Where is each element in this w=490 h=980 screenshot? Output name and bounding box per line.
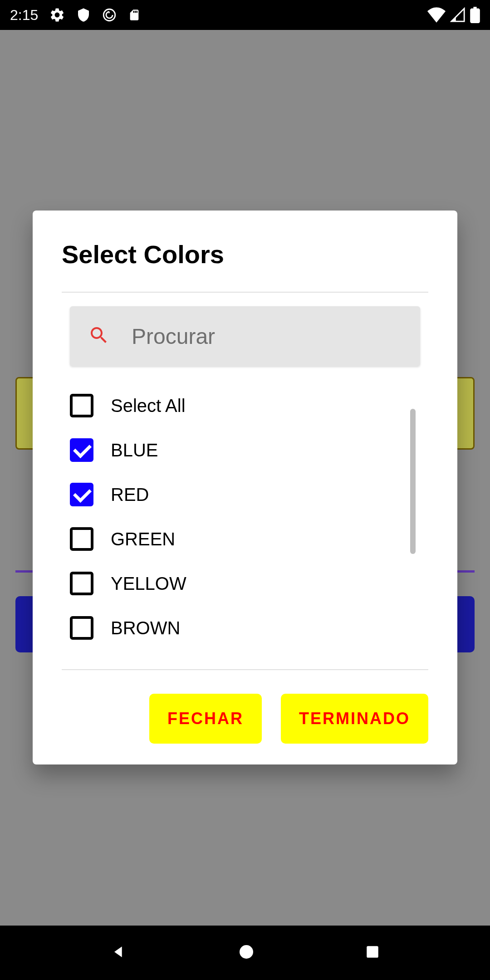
list-item[interactable]: RED [70, 472, 420, 517]
status-left: 2:15 [10, 7, 141, 24]
sd-card-icon [128, 8, 141, 22]
select-all-checkbox[interactable] [70, 394, 93, 417]
list-item[interactable]: YELLOW [70, 561, 420, 606]
back-icon[interactable] [110, 943, 128, 963]
sync-icon [102, 7, 117, 23]
settings-icon [49, 7, 65, 23]
options-list: Select All BLUE RED GREEN YELLOW BROWN [33, 375, 457, 669]
checkbox-yellow[interactable] [70, 572, 93, 595]
svg-point-1 [240, 945, 253, 959]
item-label: BROWN [111, 618, 180, 638]
navigation-bar [0, 926, 490, 980]
list-item[interactable]: GREEN [70, 517, 420, 561]
checkbox-brown[interactable] [70, 616, 93, 640]
checkbox-green[interactable] [70, 527, 93, 551]
dialog-footer: FECHAR TERMINADO [33, 669, 457, 744]
status-time: 2:15 [10, 7, 38, 24]
item-label: BLUE [111, 440, 158, 461]
svg-rect-2 [367, 946, 379, 958]
battery-icon [470, 7, 480, 23]
status-bar: 2:15 [0, 0, 490, 30]
item-label: RED [111, 485, 149, 505]
divider [62, 292, 428, 293]
item-label: GREEN [111, 529, 175, 549]
recents-icon[interactable] [365, 944, 380, 961]
home-icon[interactable] [238, 944, 255, 962]
shield-icon [76, 8, 91, 22]
item-label: YELLOW [111, 573, 186, 594]
dialog-title: Select Colors [33, 240, 457, 292]
wifi-icon [427, 7, 446, 23]
scrollbar[interactable] [410, 409, 416, 554]
signal-icon [450, 7, 466, 23]
svg-point-0 [104, 9, 116, 21]
status-right [427, 7, 480, 23]
checkbox-red[interactable] [70, 483, 93, 506]
close-button[interactable]: FECHAR [149, 694, 262, 744]
select-all-row[interactable]: Select All [70, 383, 420, 428]
checkbox-blue[interactable] [70, 438, 93, 462]
done-button[interactable]: TERMINADO [281, 694, 428, 744]
list-item[interactable]: BLUE [70, 428, 420, 472]
select-all-label: Select All [111, 396, 186, 416]
select-colors-dialog: Select Colors Select All BLUE RED GREEN [33, 211, 457, 764]
search-input[interactable] [132, 324, 403, 349]
search-box[interactable] [70, 306, 420, 366]
search-icon [88, 324, 110, 348]
list-item[interactable]: BROWN [70, 606, 420, 650]
